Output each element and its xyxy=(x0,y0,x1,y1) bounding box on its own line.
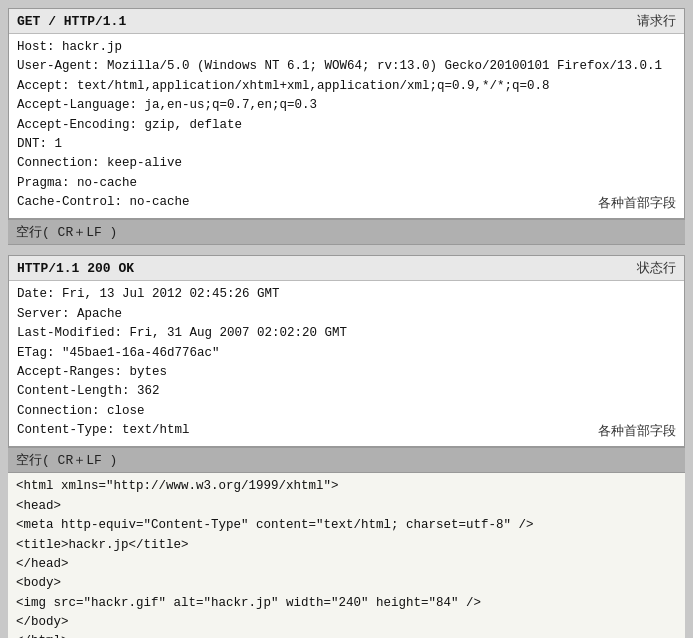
body-line-7: <img src="hackr.gif" alt="hackr.jp" widt… xyxy=(16,594,677,613)
response-header: HTTP/1.1 200 OK 状态行 xyxy=(9,256,684,281)
response-line-7: Connection: close xyxy=(17,402,676,421)
body-line-3: <meta http-equiv="Content-Type" content=… xyxy=(16,516,677,535)
request-line-9: Cache-Control: no-cache xyxy=(17,193,676,212)
response-line-2: Server: Apache xyxy=(17,305,676,324)
body-line-4: <title>hackr.jp</title> xyxy=(16,536,677,555)
body-line-1: <html xmlns="http://www.w3.org/1999/xhtm… xyxy=(16,477,677,496)
body-line-5: </head> xyxy=(16,555,677,574)
request-line-3: Accept: text/html,application/xhtml+xml,… xyxy=(17,77,676,96)
request-line-4: Accept-Language: ja,en-us;q=0.7,en;q=0.3 xyxy=(17,96,676,115)
response-line-4: ETag: "45bae1-16a-46d776ac" xyxy=(17,344,676,363)
response-section: HTTP/1.1 200 OK 状态行 Date: Fri, 13 Jul 20… xyxy=(8,255,685,447)
gap1 xyxy=(8,245,685,255)
request-line-7: Connection: keep-alive xyxy=(17,154,676,173)
body-section: <html xmlns="http://www.w3.org/1999/xhtm… xyxy=(8,473,685,638)
response-header-right: 状态行 xyxy=(637,259,676,277)
request-empty-line: 空行( CR＋LF ) xyxy=(8,219,685,245)
request-line-5: Accept-Encoding: gzip, deflate xyxy=(17,116,676,135)
response-empty-line: 空行( CR＋LF ) xyxy=(8,447,685,473)
body-line-8: </body> xyxy=(16,613,677,632)
response-line-3: Last-Modified: Fri, 31 Aug 2007 02:02:20… xyxy=(17,324,676,343)
response-header-left: HTTP/1.1 200 OK xyxy=(17,261,134,276)
request-body: Host: hackr.jp User-Agent: Mozilla/5.0 (… xyxy=(9,34,684,218)
request-header: GET / HTTP/1.1 请求行 xyxy=(9,9,684,34)
response-line-5: Accept-Ranges: bytes xyxy=(17,363,676,382)
response-body-right: 各种首部字段 xyxy=(598,422,676,442)
request-line-8: Pragma: no-cache xyxy=(17,174,676,193)
request-line-1: Host: hackr.jp xyxy=(17,38,676,57)
response-line-1: Date: Fri, 13 Jul 2012 02:45:26 GMT xyxy=(17,285,676,304)
request-header-left: GET / HTTP/1.1 xyxy=(17,14,126,29)
request-line-2: User-Agent: Mozilla/5.0 (Windows NT 6.1;… xyxy=(17,57,676,76)
response-body: Date: Fri, 13 Jul 2012 02:45:26 GMT Serv… xyxy=(9,281,684,446)
request-section: GET / HTTP/1.1 请求行 Host: hackr.jp User-A… xyxy=(8,8,685,219)
body-line-6: <body> xyxy=(16,574,677,593)
response-line-8: Content-Type: text/html xyxy=(17,421,676,440)
response-line-6: Content-Length: 362 xyxy=(17,382,676,401)
request-header-right: 请求行 xyxy=(637,12,676,30)
request-line-6: DNT: 1 xyxy=(17,135,676,154)
body-line-9: </html> xyxy=(16,632,677,638)
body-line-2: <head> xyxy=(16,497,677,516)
request-body-right: 各种首部字段 xyxy=(598,194,676,214)
